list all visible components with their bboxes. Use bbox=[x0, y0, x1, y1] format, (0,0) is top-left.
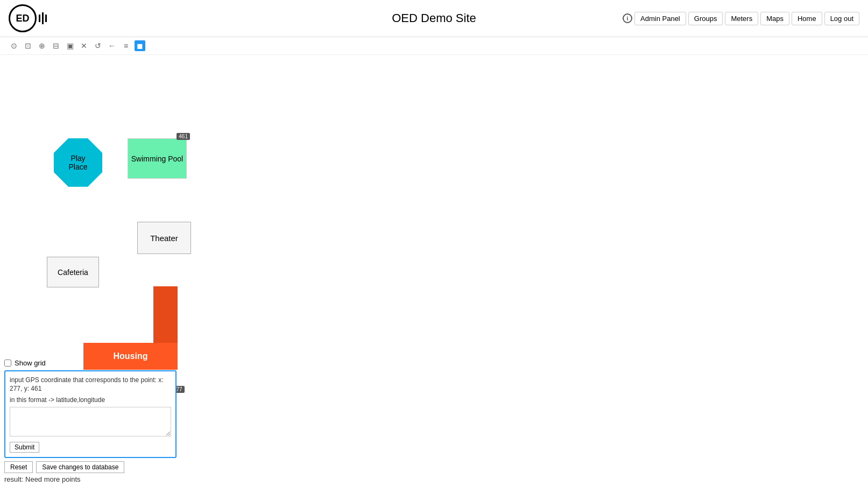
play-place-shape[interactable]: PlayPlace bbox=[54, 138, 102, 187]
logo-circle: ED bbox=[9, 4, 37, 32]
logo-text: ED bbox=[16, 13, 29, 24]
show-grid-checkbox[interactable] bbox=[4, 360, 11, 367]
logo-bar-1 bbox=[39, 15, 40, 22]
logo-bars bbox=[39, 12, 47, 24]
groups-button[interactable]: Groups bbox=[688, 12, 723, 25]
bottom-panel: Show grid input GPS coordinate that corr… bbox=[4, 359, 177, 483]
nav-buttons: i Admin Panel Groups Meters Maps Home Lo… bbox=[623, 12, 859, 25]
home-button[interactable]: Home bbox=[792, 12, 822, 25]
submit-button[interactable]: Submit bbox=[10, 442, 39, 453]
maps-button[interactable]: Maps bbox=[760, 12, 789, 25]
toolbar: ⊙ ⊡ ⊕ ⊟ ▣ ✕ ↺ ← ≡ ◼ bbox=[0, 37, 868, 55]
cafeteria-shape[interactable]: Cafeteria bbox=[47, 257, 99, 287]
reset-button[interactable]: Reset bbox=[4, 461, 33, 473]
action-row: Reset Save changes to database bbox=[4, 461, 177, 473]
logo-bar-3 bbox=[45, 15, 47, 22]
show-grid-row: Show grid bbox=[4, 359, 177, 367]
page-title: OED Demo Site bbox=[392, 11, 476, 25]
gps-textarea[interactable] bbox=[10, 407, 171, 436]
toolbar-list-icon[interactable]: ≡ bbox=[121, 40, 131, 51]
gps-hint-line1: input GPS coordinate that corresponds to… bbox=[10, 376, 171, 394]
info-icon[interactable]: i bbox=[623, 13, 632, 23]
toolbar-zoom-out-icon[interactable]: ⊟ bbox=[51, 40, 61, 51]
theater-label: Theater bbox=[150, 234, 178, 243]
toolbar-select-icon[interactable]: ▣ bbox=[65, 40, 75, 51]
logo-bar-2 bbox=[42, 12, 44, 24]
toolbar-back-icon[interactable]: ← bbox=[107, 40, 117, 51]
toolbar-zoom-in-icon[interactable]: ⊕ bbox=[37, 40, 47, 51]
show-grid-label: Show grid bbox=[15, 359, 46, 367]
header: ED OED Demo Site i Admin Panel Groups Me… bbox=[0, 0, 868, 37]
theater-shape[interactable]: Theater bbox=[137, 222, 191, 254]
result-text: result: Need more points bbox=[4, 475, 177, 483]
toolbar-grid-icon[interactable]: ◼ bbox=[135, 40, 145, 51]
save-button[interactable]: Save changes to database bbox=[36, 461, 124, 473]
toolbar-reset-icon[interactable]: ↺ bbox=[93, 40, 103, 51]
gps-hint-line2: in this format -> latitude,longitude bbox=[10, 396, 171, 405]
logo: ED bbox=[9, 4, 47, 32]
admin-panel-button[interactable]: Admin Panel bbox=[634, 12, 686, 25]
swimming-pool-badge: 461 bbox=[177, 133, 190, 140]
pool-wrapper: 461 Swimming Pool bbox=[128, 138, 187, 179]
swimming-pool-label: Swimming Pool bbox=[131, 154, 183, 163]
gps-input-box: input GPS coordinate that corresponds to… bbox=[4, 370, 177, 458]
swimming-pool-shape[interactable]: Swimming Pool bbox=[128, 138, 187, 179]
toolbar-cancel-icon[interactable]: ✕ bbox=[79, 40, 89, 51]
play-place-label: PlayPlace bbox=[68, 154, 87, 171]
meters-button[interactable]: Meters bbox=[725, 12, 758, 25]
cafeteria-label: Cafeteria bbox=[58, 268, 88, 277]
toolbar-target-icon[interactable]: ⊙ bbox=[9, 40, 19, 51]
toolbar-crop-icon[interactable]: ⊡ bbox=[23, 40, 33, 51]
submit-row: Submit bbox=[10, 442, 171, 453]
logout-button[interactable]: Log out bbox=[824, 12, 859, 25]
